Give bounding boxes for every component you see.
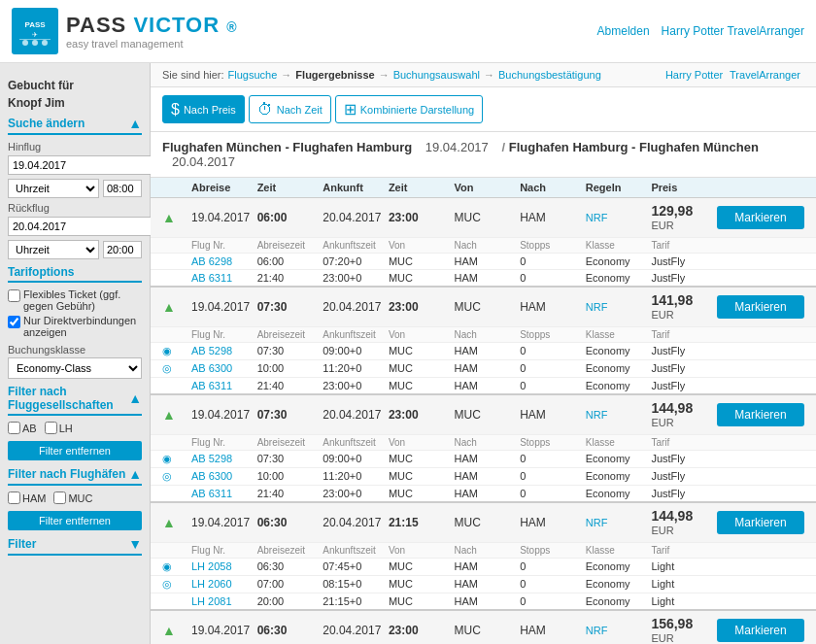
rueckflug-date-input[interactable]: [8, 217, 152, 236]
breadcrumb-right: Harry Potter TravelArranger: [665, 69, 804, 81]
r4-depart-date: 19.04.2017: [191, 516, 257, 529]
markieren-btn-2[interactable]: Markieren: [717, 295, 804, 319]
route-header: Flughafen München - Flughafen Hamburg 19…: [151, 132, 816, 178]
result-main-row-2[interactable]: ▲ 19.04.2017 07:30 20.04.2017 23:00 MUC …: [151, 288, 816, 326]
main-content: Sie sind hier: Flugsuche → Flugergebniss…: [151, 63, 816, 644]
markieren-btn-3[interactable]: Markieren: [717, 403, 804, 426]
filter-lh-checkbox[interactable]: [45, 422, 57, 434]
rueckflug-type-select[interactable]: Uhrzeit: [8, 240, 99, 259]
hinflug-type-select[interactable]: Uhrzeit: [8, 179, 99, 198]
svg-point-5: [32, 40, 38, 46]
tarif1-checkbox[interactable]: [8, 289, 20, 302]
expand-icon-4[interactable]: ▲: [162, 515, 191, 530]
s1-tarif2: JustFly: [651, 272, 717, 284]
r1-from: MUC: [455, 211, 521, 224]
filter-lh-item: LH: [45, 422, 73, 434]
r4-price: 144,98 EUR: [651, 508, 717, 537]
r5-arrive-date: 20.04.2017: [323, 624, 389, 637]
result-main-row-4[interactable]: ▲ 19.04.2017 06:30 20.04.2017 21:15 MUC …: [151, 503, 816, 542]
r1-rule[interactable]: NRF: [586, 212, 652, 223]
view-btn-time[interactable]: ⏱ Nach Zeit: [249, 95, 331, 123]
buchungsklasse-label: Buchungsklasse: [8, 344, 142, 356]
flight-link-4-1[interactable]: LH 2058: [191, 560, 257, 573]
buchungsklasse-select[interactable]: Economy-Class: [8, 357, 142, 379]
filter-muc-item: MUC: [53, 491, 92, 504]
table-header: Abreise Zeit Ankunft Zeit Von Nach Regel…: [151, 178, 816, 198]
filter-muc-checkbox[interactable]: [53, 491, 66, 504]
breadcrumb-item-0[interactable]: Flugsuche: [228, 69, 278, 81]
suche-aendern-label: Suche ändern: [8, 117, 85, 130]
r5-rule[interactable]: NRF: [586, 625, 652, 636]
view-price-icon: $: [171, 101, 180, 119]
expand-icon-5[interactable]: ▲: [162, 623, 191, 638]
expand-icon-2[interactable]: ▲: [162, 299, 191, 315]
breadcrumb-item-2[interactable]: Buchungsauswahl: [393, 69, 480, 81]
r1-depart-date: 19.04.2017: [191, 211, 257, 224]
filter-flughaefen-label: Filter nach Flughäfen: [8, 467, 125, 481]
flight-link-1-1[interactable]: AB 6298: [191, 255, 257, 267]
flight-link-2-1[interactable]: AB 5298: [191, 345, 257, 357]
sidebar: Gebucht für Knopf Jim Suche ändern ▲ Hin…: [0, 63, 151, 644]
collapse-filter-icon[interactable]: ▼: [128, 536, 142, 552]
s1-dep1: 06:00: [257, 255, 323, 267]
layout: Gebucht für Knopf Jim Suche ändern ▲ Hin…: [0, 63, 816, 644]
filter-ham-checkbox[interactable]: [8, 491, 20, 504]
filter-fg-checkboxes: AB LH: [8, 422, 142, 434]
hinflug-time-input[interactable]: [103, 180, 142, 197]
tarif2-checkbox[interactable]: [8, 316, 20, 328]
route1-from: Flughafen München: [162, 140, 282, 154]
breadcrumb-item-3[interactable]: Buchungsbestätigung: [498, 69, 601, 81]
collapse-icon[interactable]: ▲: [128, 116, 142, 131]
s1-from2: MUC: [389, 272, 455, 284]
hinflug-date-input[interactable]: [8, 155, 152, 175]
r3-rule[interactable]: NRF: [586, 409, 652, 421]
filter-ham-item: HAM: [8, 491, 46, 504]
markieren-btn-5[interactable]: Markieren: [717, 619, 804, 642]
markieren-btn-4[interactable]: Markieren: [717, 511, 804, 534]
flight-link-3-1[interactable]: AB 5298: [191, 453, 257, 465]
r4-rule[interactable]: NRF: [586, 517, 652, 528]
logout-link[interactable]: Abmelden: [597, 24, 650, 38]
col-action: [717, 182, 804, 193]
view-time-icon: ⏱: [257, 101, 273, 119]
flight-link-1-2[interactable]: AB 6311: [191, 272, 257, 284]
sub-row-1-1: AB 6298 06:00 07:20+0 MUC HAM 0 Economy …: [151, 253, 816, 269]
logo-brand: PASS VICTOR ®: [66, 13, 238, 38]
filter-ab-checkbox[interactable]: [8, 422, 20, 434]
col-abreise: Abreise: [191, 182, 257, 193]
flight-link-3-3[interactable]: AB 6311: [191, 488, 257, 499]
logo-icon: PASS ✈: [12, 8, 58, 54]
r3-to: HAM: [520, 408, 586, 422]
view-btn-combined[interactable]: ⊞ Kombinierte Darstellung: [335, 95, 483, 123]
r2-rule[interactable]: NRF: [586, 301, 652, 313]
markieren-btn-1[interactable]: Markieren: [717, 206, 804, 229]
result-main-row-5[interactable]: ▲ 19.04.2017 06:30 20.04.2017 23:00 MUC …: [151, 611, 816, 644]
r2-price: 141,98 EUR: [651, 292, 717, 322]
sub-header-1: Flug Nr. Abreisezeit Ankunftszeit Von Na…: [151, 237, 816, 253]
flight-link-2-3[interactable]: AB 6311: [191, 380, 257, 391]
filter-ham-label: HAM: [22, 492, 46, 504]
rueckflug-time-input[interactable]: [103, 241, 142, 258]
flight-link-3-2[interactable]: AB 6300: [191, 470, 257, 483]
collapse-fh-icon[interactable]: ▲: [128, 466, 142, 482]
flight-link-4-2[interactable]: LH 2060: [191, 578, 257, 591]
route-divider: /: [501, 140, 508, 154]
route-sep2: -: [631, 140, 639, 154]
filter-entfernen-2-button[interactable]: Filter entfernen: [8, 511, 142, 530]
filter-entfernen-1-button[interactable]: Filter entfernen: [8, 441, 142, 460]
expand-icon-3[interactable]: ▲: [162, 407, 191, 423]
collapse-fg-icon[interactable]: ▲: [128, 390, 142, 406]
col-zeit1: Zeit: [257, 182, 323, 193]
flight-link-2-2[interactable]: AB 6300: [191, 362, 257, 375]
svg-point-6: [42, 40, 48, 46]
expand-icon-1[interactable]: ▲: [162, 210, 191, 225]
route2-date: 20.04.2017: [172, 154, 235, 169]
result-main-row-3[interactable]: ▲ 19.04.2017 07:30 20.04.2017 23:00 MUC …: [151, 395, 816, 434]
tarif1-label: Flexibles Ticket (ggf. gegen Gebühr): [23, 288, 142, 312]
result-main-row-1[interactable]: ▲ 19.04.2017 06:00 20.04.2017 23:00 MUC …: [151, 198, 816, 237]
result-group-1: ▲ 19.04.2017 06:00 20.04.2017 23:00 MUC …: [151, 198, 816, 288]
r1-arrive-time: 23:00: [389, 211, 455, 224]
result-group-3: ▲ 19.04.2017 07:30 20.04.2017 23:00 MUC …: [151, 395, 816, 503]
flight-link-4-3[interactable]: LH 2081: [191, 595, 257, 607]
view-btn-price[interactable]: $ Nach Preis: [162, 95, 245, 123]
